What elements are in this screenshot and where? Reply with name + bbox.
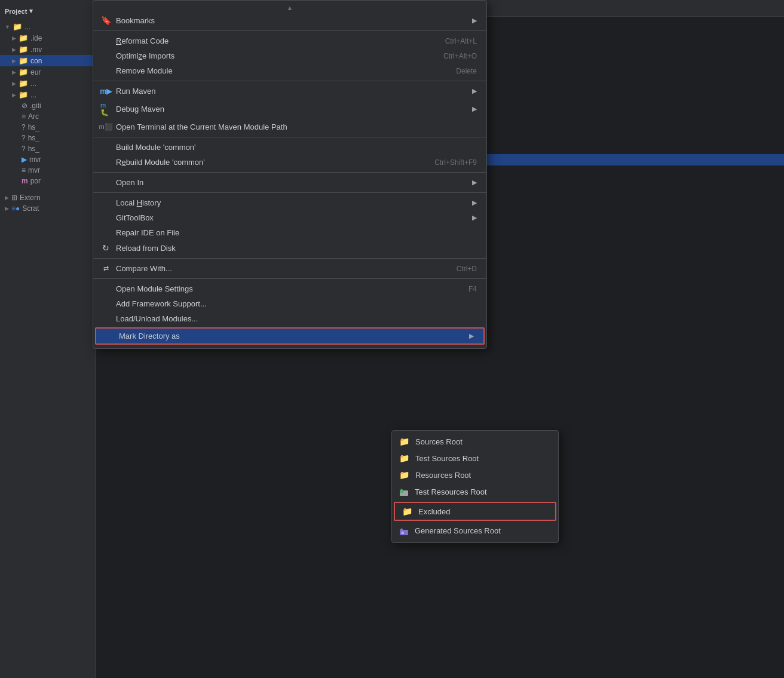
shortcut-label: Delete xyxy=(456,67,477,75)
menu-divider-5 xyxy=(93,192,486,193)
menu-item-local-history[interactable]: Local History ▶ xyxy=(93,195,486,210)
menu-item-mark-directory[interactable]: Mark Directory as ▶ xyxy=(95,327,485,345)
sidebar-item-hs1[interactable]: ? hs_ xyxy=(0,122,95,133)
submenu-item-sources-root[interactable]: 📁 Sources Root xyxy=(392,433,558,450)
menu-item-add-framework[interactable]: Add Framework Support... xyxy=(93,296,486,311)
folder-icon: 📁 xyxy=(19,33,28,42)
sidebar-tree: ▼ 📁 ... ▶ 📁 .ide ▶ 📁 .mv ▶ 📁 con ▶ 📁 eur… xyxy=(0,20,95,215)
question-icon: ? xyxy=(22,145,26,153)
submenu-mark-directory: 📁 Sources Root 📁 Test Sources Root 📁 Res… xyxy=(391,430,559,543)
question-icon: ? xyxy=(22,134,26,142)
menu-item-optimize[interactable]: Optimize Imports Ctrl+Alt+O xyxy=(93,48,486,63)
sidebar-item-label: .mv xyxy=(30,45,42,54)
menu-item-repair-ide[interactable]: Repair IDE on File xyxy=(93,225,486,240)
menu-item-bookmarks[interactable]: 🔖 Bookmarks ▶ xyxy=(93,13,486,28)
submenu-item-generated-sources-root[interactable]: ⚙ Generated Sources Root xyxy=(392,522,558,539)
menu-item-label: Open Terminal at the Current Maven Modul… xyxy=(116,122,287,131)
sidebar-item-hs3[interactable]: ? hs_ xyxy=(0,143,95,154)
menu-scroll-up[interactable]: ▲ xyxy=(93,3,486,13)
sidebar-item-mv[interactable]: ▶ 📁 .mv xyxy=(0,44,95,55)
scratch-icon: ≡● xyxy=(11,204,20,213)
submenu-item-label: Test Resources Root xyxy=(415,487,487,496)
folder-icon: 📁 xyxy=(19,45,28,54)
sidebar-item-scratch[interactable]: ▶ ≡● Scrat xyxy=(0,203,95,214)
menu-item-label: Remove Module xyxy=(116,66,173,75)
menu-item-compare-with[interactable]: ⇄ Compare With... Ctrl+D xyxy=(93,261,486,276)
chevron-icon: ▶ xyxy=(12,35,16,41)
submenu-item-test-sources-root[interactable]: 📁 Test Sources Root xyxy=(392,450,558,467)
menu-item-label: Local History xyxy=(116,198,161,207)
submenu-item-test-resources-root[interactable]: Test Resources Root xyxy=(392,483,558,501)
arrow-icon: ▶ xyxy=(469,332,474,340)
chevron-icon: ▶ xyxy=(12,58,16,64)
sidebar-item-eur[interactable]: ▶ 📁 eur xyxy=(0,66,95,78)
sidebar-item-label: Extern xyxy=(20,194,41,202)
sidebar-item-external[interactable]: ▶ ⊞ Extern xyxy=(0,192,95,203)
sidebar-item-gitignore[interactable]: ⊘ .giti xyxy=(0,100,95,111)
sidebar-item-label: Scrat xyxy=(22,204,39,213)
project-sidebar: Project ▾ ▼ 📁 ... ▶ 📁 .ide ▶ 📁 .mv ▶ 📁 c… xyxy=(0,0,96,678)
sidebar-item-label: hs_ xyxy=(28,134,39,142)
generated-sources-root-icon: ⚙ xyxy=(399,526,409,536)
submenu-item-label: Excluded xyxy=(418,507,450,516)
sidebar-item-hs2[interactable]: ? hs_ xyxy=(0,133,95,143)
folder-icon: 📁 xyxy=(19,56,28,65)
chevron-icon: ▶ xyxy=(12,92,16,98)
menu-item-rebuild-module[interactable]: Rebuild Module 'common' Ctrl+Shift+F9 xyxy=(93,155,486,170)
menu-item-open-module-settings[interactable]: Open Module Settings F4 xyxy=(93,281,486,296)
submenu-item-excluded[interactable]: 📁 Excluded xyxy=(394,502,556,521)
arrow-icon: ▶ xyxy=(472,179,477,186)
menu-item-build-module[interactable]: Build Module 'common' xyxy=(93,140,486,155)
menu-item-run-maven[interactable]: m▶ Run Maven ▶ xyxy=(93,84,486,99)
menu-item-label: Debug Maven xyxy=(116,105,164,113)
sidebar-item-por[interactable]: m por xyxy=(0,176,95,186)
sidebar-item-mvr2[interactable]: ≡ mvr xyxy=(0,165,95,176)
menu-item-label: Repair IDE on File xyxy=(116,228,179,237)
sidebar-item-label: .giti xyxy=(30,102,41,110)
m-icon: m xyxy=(22,177,28,185)
menu-divider-4 xyxy=(93,172,486,173)
submenu-item-resources-root[interactable]: 📁 Resources Root xyxy=(392,467,558,483)
menu-item-gittoolbox[interactable]: GitToolBox ▶ xyxy=(93,210,486,225)
menu-item-remove-module[interactable]: Remove Module Delete xyxy=(93,63,486,78)
menu-item-label: Reload from Disk xyxy=(116,244,176,253)
sidebar-item-con[interactable]: ▶ 📁 con xyxy=(0,55,95,66)
arrow-icon: ▶ xyxy=(472,199,477,207)
sidebar-item-arc[interactable]: ≡ Arc xyxy=(0,111,95,122)
menu-item-reformat[interactable]: Reformat Code Ctrl+Alt+L xyxy=(93,33,486,48)
menu-item-open-in[interactable]: Open In ▶ xyxy=(93,175,486,190)
menu-item-label: Open In xyxy=(116,178,143,187)
menu-item-label: GitToolBox xyxy=(116,213,154,222)
compare-icon: ⇄ xyxy=(100,265,111,272)
sidebar-item-label: por xyxy=(30,177,41,185)
menu-item-reload[interactable]: ↻ Reload from Disk xyxy=(93,240,486,256)
menu-item-label: Build Module 'common' xyxy=(116,143,196,152)
arrow-icon: ▶ xyxy=(472,214,477,222)
sidebar-item-label: .ide xyxy=(30,34,42,42)
menu-divider-1 xyxy=(93,30,486,31)
sidebar-item-mvr1[interactable]: ▶ mvr xyxy=(0,154,95,165)
menu-item-open-terminal[interactable]: m⬛ Open Terminal at the Current Maven Mo… xyxy=(93,119,486,134)
shortcut-label: Ctrl+Alt+O xyxy=(443,52,477,60)
menu-item-load-unload[interactable]: Load/Unload Modules... xyxy=(93,311,486,326)
menu-item-label: Bookmarks xyxy=(116,16,155,25)
chevron-icon: ▶ xyxy=(12,47,16,53)
sidebar-item-root[interactable]: ▼ 📁 ... xyxy=(0,21,95,32)
sidebar-item-label: mvr xyxy=(29,155,41,164)
svg-rect-1 xyxy=(400,490,403,493)
question-icon: ? xyxy=(22,123,26,131)
sidebar-item-misc2[interactable]: ▶ 📁 ... xyxy=(0,89,95,100)
up-arrow-icon: ▲ xyxy=(287,4,293,11)
menu-item-debug-maven[interactable]: m🐛 Debug Maven ▶ xyxy=(93,99,486,119)
sidebar-item-ide[interactable]: ▶ 📁 .ide xyxy=(0,32,95,44)
svg-text:⚙: ⚙ xyxy=(401,531,404,535)
reload-icon: ↻ xyxy=(100,243,111,253)
sidebar-item-misc1[interactable]: ▶ 📁 ... xyxy=(0,78,95,89)
sidebar-chevron: ▾ xyxy=(29,7,33,15)
bookmarks-icon: 🔖 xyxy=(100,16,111,25)
maven-debug-icon: m🐛 xyxy=(100,102,111,116)
sidebar-item-label: eur xyxy=(30,68,41,76)
menu-divider-2 xyxy=(93,81,486,81)
menu-divider-6 xyxy=(93,258,486,259)
menu-item-label: Reformat Code xyxy=(116,36,169,45)
